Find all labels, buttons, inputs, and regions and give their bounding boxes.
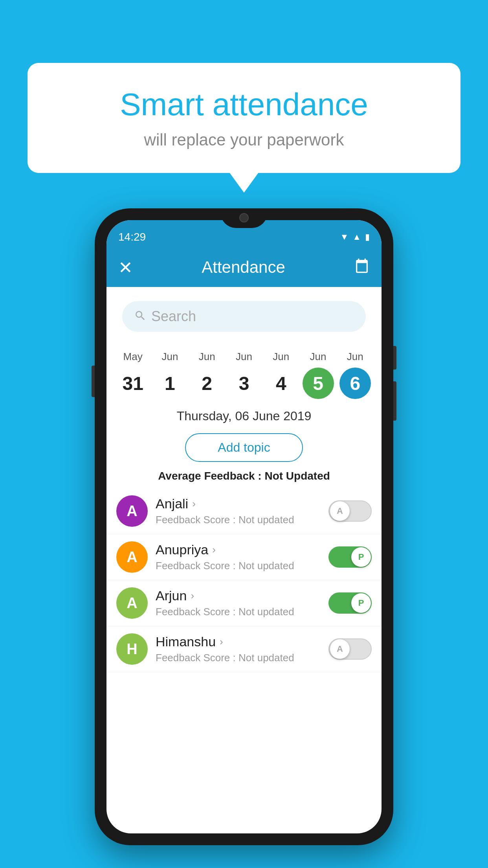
avg-feedback-value: Not Updated — [264, 470, 330, 482]
phone-shell: 14:29 ▼ ▲ ▮ ✕ Attendance — [95, 208, 393, 845]
student-item-3[interactable]: HHimanshu ›Feedback Score : Not updatedA — [106, 626, 382, 672]
cal-day-1[interactable]: Jun1 — [154, 351, 185, 399]
cal-day-2[interactable]: Jun2 — [191, 351, 223, 399]
student-feedback-0: Feedback Score : Not updated — [156, 514, 321, 526]
student-item-2[interactable]: AArjun ›Feedback Score : Not updatedP — [106, 580, 382, 626]
student-name-2: Arjun › — [156, 588, 321, 603]
phone-btn-right-top — [393, 346, 396, 370]
student-toggle-3[interactable]: A — [328, 638, 372, 660]
cal-num-6[interactable]: 6 — [339, 368, 371, 399]
calendar-icon[interactable] — [354, 258, 370, 277]
student-feedback-2: Feedback Score : Not updated — [156, 606, 321, 618]
signal-icon: ▲ — [352, 232, 361, 242]
students-list: AAnjali ›Feedback Score : Not updatedAAA… — [106, 488, 382, 833]
wifi-icon: ▼ — [340, 232, 349, 242]
cal-num-4[interactable]: 4 — [265, 368, 297, 399]
cal-num-1[interactable]: 1 — [154, 368, 185, 399]
cal-month-2: Jun — [199, 351, 215, 363]
search-container[interactable]: Search — [122, 301, 366, 332]
cal-month-6: Jun — [347, 351, 363, 363]
phone-screen: 14:29 ▼ ▲ ▮ ✕ Attendance — [106, 220, 382, 833]
student-info-1: Anupriya ›Feedback Score : Not updated — [156, 542, 321, 572]
student-name-1: Anupriya › — [156, 542, 321, 557]
toggle-knob-3: A — [330, 639, 350, 659]
cal-month-4: Jun — [273, 351, 289, 363]
cal-num-5[interactable]: 5 — [303, 368, 334, 399]
cal-month-0: May — [123, 351, 143, 363]
cal-month-3: Jun — [236, 351, 252, 363]
chevron-icon-3: › — [220, 636, 223, 648]
cal-day-0[interactable]: May31 — [117, 351, 149, 399]
phone-btn-right-bottom — [393, 381, 396, 421]
student-avatar-3: H — [116, 633, 148, 665]
student-avatar-1: A — [116, 541, 148, 573]
cal-num-3[interactable]: 3 — [228, 368, 260, 399]
speech-bubble-container: Smart attendance will replace your paper… — [28, 63, 460, 173]
student-feedback-1: Feedback Score : Not updated — [156, 560, 321, 572]
phone-btn-left — [92, 366, 95, 397]
student-feedback-3: Feedback Score : Not updated — [156, 652, 321, 664]
app-bar-title: Attendance — [202, 258, 285, 277]
cal-day-3[interactable]: Jun3 — [228, 351, 260, 399]
chevron-icon-1: › — [212, 544, 216, 556]
toggle-knob-1: P — [351, 547, 371, 567]
chevron-icon-2: › — [191, 590, 194, 602]
phone-notch — [220, 208, 268, 228]
search-bar-wrapper: Search — [106, 287, 382, 343]
toggle-knob-2: P — [351, 593, 371, 613]
cal-day-6[interactable]: Jun6 — [339, 351, 371, 399]
student-info-3: Himanshu ›Feedback Score : Not updated — [156, 634, 321, 664]
student-info-2: Arjun ›Feedback Score : Not updated — [156, 588, 321, 618]
student-toggle-1[interactable]: P — [328, 546, 372, 568]
student-avatar-2: A — [116, 587, 148, 619]
speech-bubble: Smart attendance will replace your paper… — [28, 63, 460, 173]
student-name-3: Himanshu › — [156, 634, 321, 649]
student-item-0[interactable]: AAnjali ›Feedback Score : Not updatedA — [106, 488, 382, 534]
calendar-strip: May31Jun1Jun2Jun3Jun4Jun5Jun6 — [106, 343, 382, 401]
cal-month-5: Jun — [310, 351, 327, 363]
cal-day-4[interactable]: Jun4 — [265, 351, 297, 399]
student-info-0: Anjali ›Feedback Score : Not updated — [156, 496, 321, 526]
student-item-1[interactable]: AAnupriya ›Feedback Score : Not updatedP — [106, 534, 382, 580]
bubble-subtitle: will replace your paperwork — [59, 131, 429, 149]
chevron-icon-0: › — [192, 498, 196, 510]
cal-day-5[interactable]: Jun5 — [303, 351, 334, 399]
student-toggle-0[interactable]: A — [328, 500, 372, 522]
battery-icon: ▮ — [365, 232, 370, 242]
status-time: 14:29 — [118, 231, 146, 243]
bubble-title: Smart attendance — [59, 86, 429, 123]
phone: 14:29 ▼ ▲ ▮ ✕ Attendance — [95, 208, 393, 845]
app-bar: ✕ Attendance — [106, 248, 382, 287]
search-icon — [134, 309, 147, 324]
status-icons: ▼ ▲ ▮ — [340, 232, 370, 242]
student-avatar-0: A — [116, 495, 148, 527]
avg-feedback: Average Feedback : Not Updated — [106, 470, 382, 482]
cal-num-0[interactable]: 31 — [117, 368, 149, 399]
toggle-knob-0: A — [330, 501, 350, 521]
close-button[interactable]: ✕ — [118, 257, 133, 278]
avg-feedback-label: Average Feedback : — [158, 470, 264, 482]
student-name-0: Anjali › — [156, 496, 321, 511]
date-display: Thursday, 06 June 2019 — [106, 401, 382, 429]
phone-camera — [239, 213, 249, 223]
add-topic-button[interactable]: Add topic — [185, 433, 303, 462]
search-text: Search — [151, 308, 196, 325]
student-toggle-2[interactable]: P — [328, 592, 372, 614]
cal-month-1: Jun — [161, 351, 178, 363]
cal-num-2[interactable]: 2 — [191, 368, 223, 399]
